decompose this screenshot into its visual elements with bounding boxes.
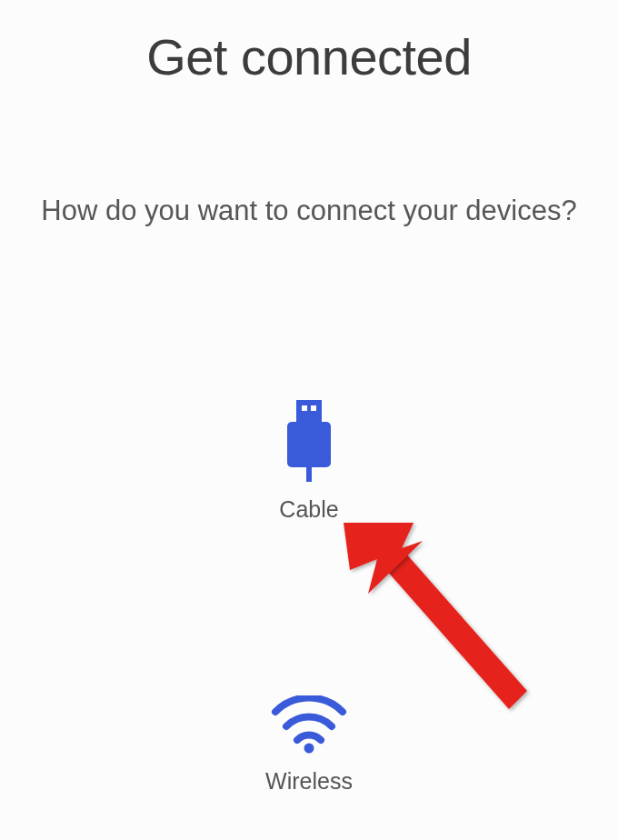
option-cable-label: Cable bbox=[279, 496, 338, 523]
option-wireless-label: Wireless bbox=[265, 768, 353, 795]
option-cable[interactable]: Cable bbox=[279, 400, 338, 523]
svg-marker-7 bbox=[344, 523, 423, 594]
svg-marker-6 bbox=[373, 536, 527, 709]
svg-point-5 bbox=[304, 743, 314, 753]
svg-rect-3 bbox=[287, 422, 331, 467]
arrow-annotation bbox=[336, 505, 554, 726]
option-wireless[interactable]: Wireless bbox=[265, 695, 353, 795]
usb-cable-icon bbox=[284, 400, 334, 482]
svg-rect-0 bbox=[296, 400, 322, 422]
svg-rect-2 bbox=[311, 405, 316, 411]
wifi-icon bbox=[268, 695, 350, 754]
svg-rect-1 bbox=[302, 405, 307, 411]
svg-rect-4 bbox=[306, 467, 312, 482]
page-title: Get connected bbox=[146, 27, 472, 86]
page-subtitle: How do you want to connect your devices? bbox=[5, 191, 613, 232]
